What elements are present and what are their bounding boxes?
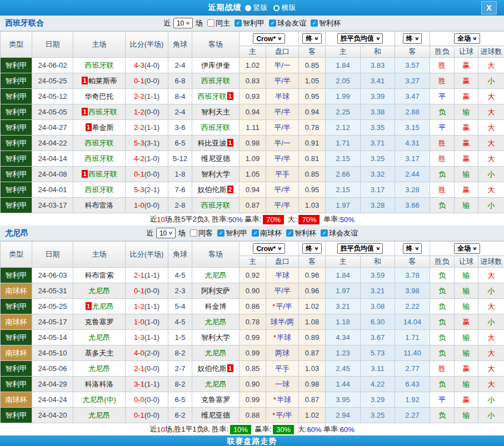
score-cell: 0-1(0-0) <box>126 408 168 423</box>
filter-checkbox-智利甲[interactable]: ✓智利甲 <box>217 228 247 238</box>
checkbox-unchecked-icon[interactable] <box>207 19 214 27</box>
odds-away: 1.08 <box>299 314 326 330</box>
checkbox-label: 智利杯 <box>319 18 341 28</box>
result-wdl: 平 <box>430 392 455 408</box>
home-team-name: 西班牙联 <box>85 61 114 69</box>
select-value: 全场 <box>457 34 471 43</box>
score-cell: 4-2(1-0) <box>126 151 168 167</box>
checkbox-checked-icon[interactable]: ✓ <box>234 19 242 27</box>
checkbox-checked-icon[interactable]: ✓ <box>321 229 328 237</box>
home-team-name: 西班牙联 <box>85 186 114 194</box>
odds-home: 0.90 <box>239 377 266 392</box>
avg-type-select[interactable]: 胜平负均值∨ <box>337 33 383 44</box>
radio-unselected-icon[interactable] <box>273 5 280 11</box>
column-header-日期: 日期 <box>32 242 73 268</box>
checkbox-checked-icon[interactable]: ✓ <box>311 19 318 27</box>
home-team-cell: 西班牙联 <box>73 182 126 198</box>
away-team-cell: 尤尼昂 <box>192 268 239 283</box>
score-cell: 2-2(1-1) <box>126 120 168 136</box>
checkbox-label: 同客 <box>198 228 213 238</box>
corner-count: 4-5 <box>168 314 192 330</box>
scope-select[interactable]: 全场∨ <box>454 33 480 44</box>
checkbox-checked-icon[interactable]: ✓ <box>217 229 224 237</box>
avg-away: 3.15 <box>395 120 430 136</box>
result-handicap: 输 <box>455 167 478 182</box>
scope-select[interactable]: 全场∨ <box>454 243 480 254</box>
home-team-name: 尤尼昂 <box>88 364 110 373</box>
filter-checkbox-同主[interactable]: 同主 <box>207 18 230 28</box>
summary-part: 大: <box>286 214 297 224</box>
result-wdl: 胜 <box>430 73 455 89</box>
result-goals: 小 <box>478 198 504 213</box>
home-team-cell: 尤尼昂 <box>73 361 126 377</box>
odds-final-select[interactable]: 终∨ <box>302 243 322 254</box>
recent-label: 近 <box>163 18 171 28</box>
away-team-name: 西班牙联 <box>201 201 230 209</box>
filter-checkbox-球会友谊[interactable]: ✓球会友谊 <box>321 228 358 238</box>
layout-option-竖版[interactable]: 竖版 <box>245 3 268 13</box>
recent-label: 近 <box>146 228 153 238</box>
home-team-cell: 1西班牙联 <box>73 104 126 120</box>
card-badge: 1 <box>82 108 88 116</box>
avg-away: 14.04 <box>395 314 430 330</box>
score-cell: 5-3(3-1) <box>126 136 168 151</box>
checkbox-checked-icon[interactable]: ✓ <box>286 229 293 237</box>
layout-option-横版[interactable]: 横版 <box>273 3 296 13</box>
match-date: 24-03-17 <box>32 198 73 213</box>
column-header-客场: 客场 <box>192 242 239 268</box>
match-row: 智利甲24-04-22西班牙联5-3(3-1)6-5科比亚波10.98半/一0.… <box>1 136 504 151</box>
league-type-cell: 智利甲 <box>1 73 32 89</box>
recent-count-select[interactable]: 10∨ <box>156 228 176 238</box>
league-trend-link[interactable]: 联赛盘路走势 <box>227 437 277 446</box>
home-team-name: 科布雷洛 <box>85 201 114 209</box>
halftime-score: (0-0) <box>144 364 159 373</box>
fulltime-score: 4-3 <box>134 61 144 69</box>
summary-part: 50% <box>340 216 355 224</box>
league-type-cell: 智利甲 <box>1 136 32 151</box>
avg-away: 11.40 <box>395 345 430 361</box>
avg-final-select[interactable]: 终∨ <box>403 33 422 44</box>
home-team-name: 西班牙联 <box>85 139 114 147</box>
summary-part: 赢率: <box>253 424 271 434</box>
odds-company-select[interactable]: Crow*∨ <box>253 243 285 254</box>
handicap-value: 平/半 <box>274 201 291 209</box>
recent-count-select[interactable]: 10∨ <box>173 18 193 28</box>
avg-draw: 3.29 <box>361 392 395 408</box>
away-team-name: 尤尼昂 <box>205 380 227 388</box>
result-goals: 小 <box>478 408 504 423</box>
close-button[interactable]: X <box>481 1 497 14</box>
match-date: 24-04-20 <box>32 408 73 423</box>
odds-away: 1.03 <box>299 361 326 377</box>
checkbox-unchecked-icon[interactable] <box>190 229 197 237</box>
filter-checkbox-智利杯[interactable]: ✓智利杯 <box>286 228 316 238</box>
away-team-name: 西班牙联 <box>198 92 227 101</box>
radio-selected-icon[interactable] <box>245 5 251 11</box>
handicap-cell: 两球 <box>266 345 299 361</box>
subcolumn-header-进球数: 进球数 <box>478 256 504 268</box>
fulltime-score: 3-1 <box>134 380 144 388</box>
halftime-score: (4-0) <box>144 61 159 69</box>
subcolumn-header-进球数: 进球数 <box>478 46 504 58</box>
match-row: 智利甲24-03-17科布雷洛1-0(0-0)2-8西班牙联0.87平/半1.0… <box>1 198 504 213</box>
avg-final-select[interactable]: 终∨ <box>403 243 422 254</box>
filter-checkbox-南球杯[interactable]: ✓南球杯 <box>252 228 282 238</box>
filter-checkbox-智利杯[interactable]: ✓智利杯 <box>311 18 341 28</box>
odds-away: 0.95 <box>299 182 326 198</box>
odds-final-select[interactable]: 终∨ <box>302 33 322 44</box>
odds-company-select[interactable]: Crow*∨ <box>253 33 285 44</box>
filter-checkbox-同客[interactable]: 同客 <box>190 228 213 238</box>
checkbox-checked-icon[interactable]: ✓ <box>252 229 259 237</box>
score-cell: 4-3(4-0) <box>126 58 168 73</box>
avg-draw: 3.25 <box>361 151 395 167</box>
summary-part: 50% <box>228 216 243 224</box>
odds-home: 0.94 <box>239 182 266 198</box>
away-team-cell: 智利大学 <box>192 167 239 182</box>
avg-type-select[interactable]: 胜平负均值∨ <box>337 243 383 254</box>
away-team-name: 智利天主 <box>201 108 230 116</box>
filter-checkbox-球会友谊[interactable]: ✓球会友谊 <box>269 18 306 28</box>
odds-home: 0.88 <box>239 408 266 423</box>
avg-draw: 3.67 <box>361 330 395 345</box>
checkbox-checked-icon[interactable]: ✓ <box>269 19 276 27</box>
match-row: 南球杯24-04-24尤尼昂(中)0-0(0-0)6-5克鲁塞罗0.99*半球0… <box>1 392 504 408</box>
filter-checkbox-智利甲[interactable]: ✓智利甲 <box>234 18 265 28</box>
